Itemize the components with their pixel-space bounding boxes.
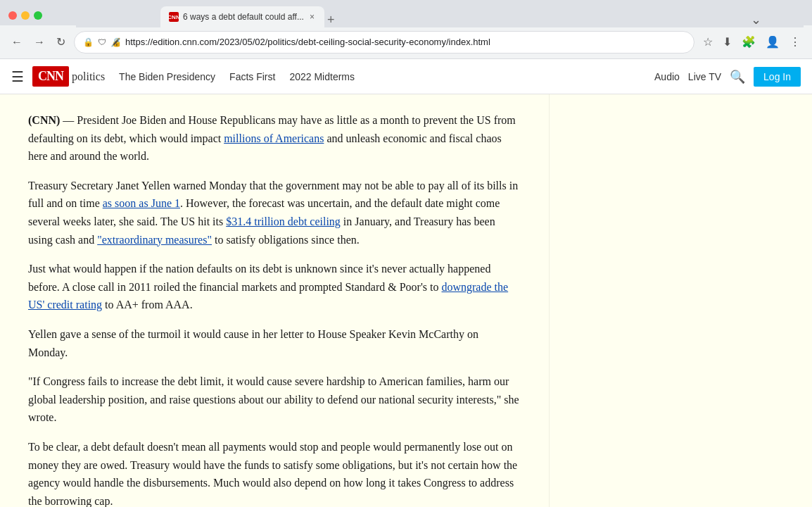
article-paragraph-4: Yellen gave a sense of the turmoil it wo… bbox=[28, 325, 521, 361]
live-tv-link[interactable]: Live TV bbox=[688, 71, 721, 82]
hamburger-menu-button[interactable]: ☰ bbox=[11, 68, 24, 85]
extraordinary-measures-link[interactable]: "extraordinary measures" bbox=[97, 234, 212, 246]
title-bar: CNN 6 ways a debt default could aff... ×… bbox=[0, 0, 812, 25]
cnn-logo[interactable]: CNN bbox=[32, 66, 69, 87]
maximize-window-button[interactable] bbox=[34, 11, 42, 20]
bookmark-button[interactable]: ☆ bbox=[700, 32, 716, 51]
nav-link-biden-presidency[interactable]: The Biden Presidency bbox=[119, 71, 215, 82]
audio-link[interactable]: Audio bbox=[654, 71, 680, 82]
tab-list-button[interactable]: ⌄ bbox=[751, 12, 761, 27]
forward-button[interactable]: → bbox=[31, 33, 48, 51]
politics-section-label: politics bbox=[72, 70, 105, 83]
shield-icon: 🛡 bbox=[98, 37, 106, 47]
back-button[interactable]: ← bbox=[8, 33, 25, 51]
article-area: (CNN) — President Joe Biden and House Re… bbox=[0, 94, 812, 507]
article-paragraph-3: Just what would happen if the nation def… bbox=[28, 260, 521, 314]
cnn-byline-label: (CNN) bbox=[28, 114, 60, 126]
search-button[interactable]: 🔍 bbox=[730, 69, 745, 84]
debt-ceiling-link[interactable]: $31.4 trillion debt ceiling bbox=[226, 215, 341, 227]
reload-button[interactable]: ↻ bbox=[53, 32, 68, 51]
browser-window: CNN 6 ways a debt default could aff... ×… bbox=[0, 0, 812, 507]
traffic-lights bbox=[8, 11, 42, 20]
nav-right-actions: Audio Live TV 🔍 Log In bbox=[654, 67, 801, 87]
security-icon: 🔒 bbox=[83, 37, 94, 47]
active-tab[interactable]: CNN 6 ways a debt default could aff... × bbox=[160, 6, 324, 27]
omnibar: ← → ↻ 🔒 🛡 🔏 https://edition.cnn.com/2023… bbox=[0, 25, 812, 59]
millions-of-americans-link[interactable]: millions of Americans bbox=[224, 132, 324, 144]
article-paragraph-2: Treasury Secretary Janet Yellen warned M… bbox=[28, 177, 521, 249]
article-paragraph-6: To be clear, a debt default doesn't mean… bbox=[28, 438, 521, 507]
cnn-navigation: ☰ CNN politics The Biden Presidency Fact… bbox=[0, 59, 812, 94]
tab-bar-right: ⌄ bbox=[751, 12, 761, 27]
june-1-link[interactable]: as soon as June 1 bbox=[103, 197, 180, 209]
close-window-button[interactable] bbox=[8, 11, 17, 20]
nav-link-2022-midterms[interactable]: 2022 Midterms bbox=[289, 71, 355, 82]
extensions-button[interactable]: 🧩 bbox=[739, 32, 759, 51]
tab-favicon: CNN bbox=[169, 12, 179, 22]
credit-rating-link[interactable]: downgrade the US' credit rating bbox=[28, 281, 508, 311]
profile-button[interactable]: 👤 bbox=[763, 32, 782, 51]
new-tab-button[interactable]: + bbox=[327, 13, 335, 27]
nav-link-facts-first[interactable]: Facts First bbox=[229, 71, 275, 82]
article-body: (CNN) — President Joe Biden and House Re… bbox=[28, 111, 521, 507]
url-text[interactable]: https://edition.cnn.com/2023/05/02/polit… bbox=[125, 37, 685, 47]
tab-close-button[interactable]: × bbox=[308, 11, 316, 23]
downloads-button[interactable]: ⬇ bbox=[720, 32, 735, 51]
nav-links: The Biden Presidency Facts First 2022 Mi… bbox=[119, 71, 654, 82]
article-paragraph-1: (CNN) — President Joe Biden and House Re… bbox=[28, 111, 521, 165]
encryption-icon: 🔏 bbox=[110, 37, 121, 47]
article-sidebar bbox=[549, 94, 760, 507]
settings-button[interactable]: ⋮ bbox=[787, 32, 804, 51]
tab-bar: CNN 6 ways a debt default could aff... ×… bbox=[76, 4, 804, 27]
address-bar[interactable]: 🔒 🛡 🔏 https://edition.cnn.com/2023/05/02… bbox=[74, 31, 694, 54]
minimize-window-button[interactable] bbox=[21, 11, 30, 20]
tab-title: 6 ways a debt default could aff... bbox=[183, 12, 304, 22]
article-paragraph-5: "If Congress fails to increase the debt … bbox=[28, 373, 521, 427]
login-button[interactable]: Log In bbox=[754, 67, 801, 87]
browser-actions: ☆ ⬇ 🧩 👤 ⋮ bbox=[700, 32, 804, 51]
favicon-text: CNN bbox=[167, 14, 179, 20]
article-content: (CNN) — President Joe Biden and House Re… bbox=[0, 94, 549, 507]
